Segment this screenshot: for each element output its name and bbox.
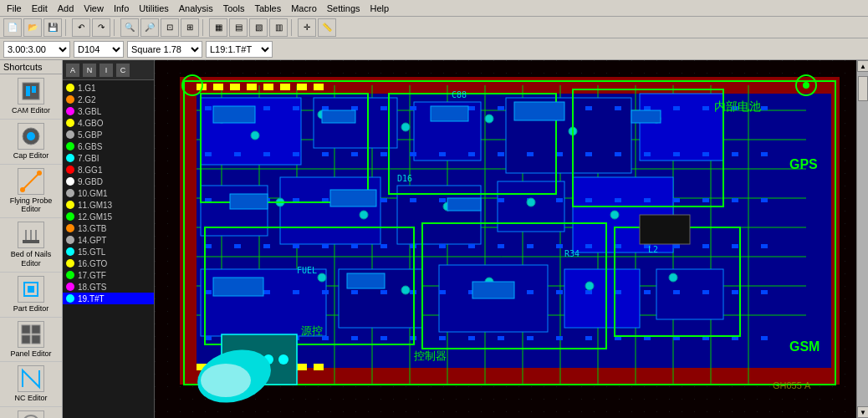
layer-item-GBL[interactable]: 3.GBL [63, 105, 154, 117]
shortcut-flying-probe[interactable]: Flying Probe Editor [0, 165, 62, 219]
bed-of-nails-icon [18, 222, 44, 248]
layer-label-GBI: 7.GBI [78, 154, 100, 163]
open-button[interactable]: 📂 [23, 18, 42, 37]
layer-label-GTL: 15.GTL [78, 247, 105, 257]
svg-rect-14 [22, 325, 30, 334]
pcb-view[interactable] [155, 60, 856, 418]
layer-color-GTB [66, 224, 74, 232]
layer-all-button[interactable]: A [66, 64, 79, 77]
layer-label-T#T: 19.T#T [78, 294, 105, 303]
menu-utilities[interactable]: Utilities [134, 2, 173, 15]
symbol-editor-icon: Σ [18, 410, 44, 418]
measure-button[interactable]: 📏 [318, 18, 336, 37]
cap-editor-icon [18, 123, 44, 150]
shortcut-cam-editor[interactable]: CAM Editor [0, 74, 62, 120]
shortcuts-title: Shortcuts [0, 60, 62, 74]
grid3-button[interactable]: ▧ [249, 18, 268, 37]
menu-add[interactable]: Add [53, 2, 79, 15]
shortcut-nc-editor[interactable]: NC Editor [0, 362, 62, 407]
layer-color-GBI [66, 154, 74, 162]
layer-label-GBP: 5.GBP [78, 130, 102, 140]
shortcut-bed-of-nails[interactable]: Bed of Nails Editor [0, 218, 62, 273]
layer-item-GM13[interactable]: 11.GM13 [63, 199, 154, 211]
layer-item-GPT[interactable]: 14.GPT [63, 234, 154, 246]
svg-rect-16 [22, 335, 30, 344]
shortcuts-panel: Shortcuts CAM Editor Cap Editor [0, 60, 63, 418]
net-select[interactable]: D104 [74, 41, 124, 58]
layer-item-GM15[interactable]: 12.GM15 [63, 211, 154, 222]
layer-item-GTB[interactable]: 13.GTB [63, 222, 154, 234]
layer-item-GBS[interactable]: 6.GBS [63, 140, 154, 152]
shortcut-cap-editor[interactable]: Cap Editor [0, 120, 62, 165]
menu-file[interactable]: File [2, 2, 27, 15]
snap-button[interactable]: ✛ [298, 18, 316, 37]
cam-editor-label: CAM Editor [12, 106, 50, 115]
coord-select[interactable]: 3.00:3.00 [3, 41, 70, 58]
layer-color-GTS [66, 283, 74, 291]
vertical-scrollbar[interactable]: ▲ ▼ [856, 60, 868, 418]
layer-item-GG1[interactable]: 8.GG1 [63, 164, 154, 176]
cap-editor-label: Cap Editor [13, 151, 49, 161]
layer-item-GTF[interactable]: 17.GTF [63, 269, 154, 281]
menu-settings[interactable]: Settings [322, 2, 365, 15]
menu-info[interactable]: Info [109, 2, 134, 15]
shortcut-symbol-editor[interactable]: Σ Symbol Editor [0, 407, 62, 418]
part-editor-label: Part Editor [13, 304, 49, 314]
zoom-in-button[interactable]: 🔍 [120, 18, 139, 37]
shortcut-panel-editor[interactable]: Panel Editor [0, 318, 62, 363]
menu-analysis[interactable]: Analysis [174, 2, 218, 15]
layer-item-GBD[interactable]: 9.GBD [63, 176, 154, 187]
menu-tables[interactable]: Tables [249, 2, 286, 15]
layer-color-GBP [66, 130, 74, 139]
menu-macro[interactable]: Macro [286, 2, 322, 15]
save-button[interactable]: 💾 [43, 18, 62, 37]
layer-label-GBD: 9.GBD [78, 177, 103, 186]
pcb-canvas[interactable] [155, 60, 856, 418]
layer-label-GM13: 11.GM13 [78, 201, 112, 210]
menu-tools[interactable]: Tools [218, 2, 250, 15]
svg-rect-1 [26, 86, 30, 96]
grid4-button[interactable]: ▥ [269, 18, 288, 37]
menu-edit[interactable]: Edit [27, 2, 53, 15]
layer-label-GTB: 13.GTB [78, 224, 106, 233]
svg-point-7 [20, 187, 25, 192]
redo-button[interactable]: ↷ [92, 18, 110, 37]
menu-help[interactable]: Help [365, 2, 395, 15]
main-area: Shortcuts CAM Editor Cap Editor [0, 60, 868, 418]
zoom-fit-button[interactable]: ⊡ [161, 18, 179, 37]
menu-view[interactable]: View [79, 2, 109, 15]
layer-select[interactable]: L19:1.T#T [206, 41, 273, 58]
zoom-out-button[interactable]: 🔎 [140, 18, 159, 37]
scroll-track-v[interactable] [857, 72, 868, 406]
new-button[interactable]: 📄 [3, 18, 22, 37]
layer-inv-button[interactable]: I [100, 64, 113, 77]
undo-button[interactable]: ↶ [72, 18, 90, 37]
shortcut-part-editor[interactable]: Part Editor [0, 273, 62, 318]
layer-item-GTO[interactable]: 16.GTO [63, 257, 154, 269]
zoom-area-button[interactable]: ⊞ [181, 18, 199, 37]
net-type-select[interactable]: Square 1.78 [127, 41, 202, 58]
layer-item-GBO[interactable]: 4.GBO [63, 117, 154, 129]
nc-editor-icon [18, 365, 44, 392]
svg-rect-13 [28, 286, 34, 293]
layer-label-GG1: 8.GG1 [78, 166, 102, 175]
layer-item-GBP[interactable]: 5.GBP [63, 129, 154, 140]
scroll-up-button[interactable]: ▲ [857, 60, 868, 72]
layer-item-T#T[interactable]: 19.T#T [63, 293, 154, 304]
layer-none-button[interactable]: N [83, 64, 96, 77]
layer-item-GBI[interactable]: 7.GBI [63, 152, 154, 164]
separator4 [291, 19, 294, 36]
layer-item-GM1[interactable]: 10.GM1 [63, 187, 154, 199]
layer-color-button[interactable]: C [116, 64, 130, 77]
layer-label-GBO: 4.GBO [78, 119, 104, 128]
scroll-thumb-v[interactable] [858, 76, 868, 101]
layer-item-GTS[interactable]: 18.GTS [63, 281, 154, 293]
layer-item-GTL[interactable]: 15.GTL [63, 246, 154, 257]
svg-rect-17 [32, 335, 40, 344]
layer-item-G2[interactable]: 2.G2 [63, 94, 154, 105]
layer-item-G1[interactable]: 1.G1 [63, 82, 154, 94]
layer-color-GM13 [66, 201, 74, 209]
grid1-button[interactable]: ▦ [209, 18, 227, 37]
grid2-button[interactable]: ▤ [229, 18, 248, 37]
scroll-down-button[interactable]: ▼ [857, 406, 868, 418]
